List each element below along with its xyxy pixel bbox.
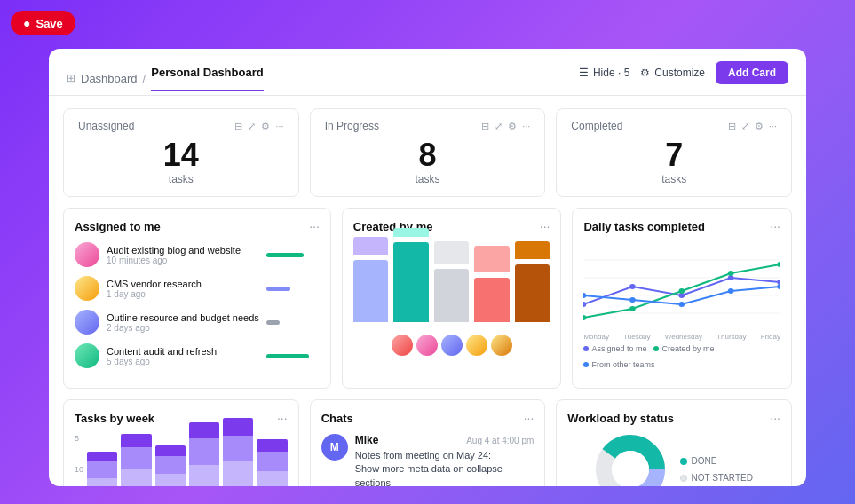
bar-col-4	[515, 241, 550, 322]
customize-button[interactable]: ⚙ Customize	[640, 67, 705, 79]
task-bar-1	[266, 287, 290, 291]
assigned-to-me-widget: Assigned to me ··· Audit existing blog a…	[63, 208, 331, 389]
filter-icon-stat[interactable]: ⊟	[234, 121, 242, 132]
more-icon-stat2[interactable]: ···	[769, 121, 777, 131]
bar-col-1	[393, 228, 429, 322]
stat-title-2: Completed	[571, 120, 622, 132]
created-avatars	[353, 335, 550, 356]
chart-legend: Assigned to me Created by me From other …	[583, 344, 780, 369]
assigned-menu[interactable]: ···	[309, 219, 320, 233]
daily-tasks-widget: Daily tasks completed ···	[572, 208, 792, 389]
avatar-0	[75, 242, 99, 267]
settings-icon-stat2[interactable]: ⚙	[755, 121, 764, 132]
more-icon-stat1[interactable]: ···	[522, 121, 530, 131]
task-item-2: Outline resource and budget needs 2 days…	[75, 310, 320, 335]
add-card-label: Add Card	[728, 67, 776, 79]
filter-icon-stat2[interactable]: ⊟	[728, 121, 736, 132]
task-name-1: CMS vendor research	[107, 279, 259, 289]
hide-button[interactable]: ☰ Hide · 5	[579, 67, 629, 79]
donut-labels: DONE NOT STARTED	[680, 456, 752, 483]
task-bar-0	[266, 253, 304, 257]
main-container: ⊞ Dashboard / Personal Dashboard ☰ Hide …	[49, 49, 806, 486]
stat-inprogress: In Progress ⊟ ⤢ ⚙ ··· 8 tasks	[310, 108, 546, 197]
chat-message-0: Notes from meeting on May 24: Show more …	[355, 449, 534, 486]
workload-title: Workload by status	[567, 412, 674, 425]
expand-icon-stat[interactable]: ⤢	[248, 121, 256, 132]
workload-widget: Workload by status ···	[556, 399, 792, 486]
breadcrumb: ⊞ Dashboard / Personal Dashboard	[67, 66, 264, 91]
week-bar-3	[189, 422, 219, 486]
svg-point-4	[583, 302, 586, 307]
stats-row: Unassigned ⊟ ⤢ ⚙ ··· 14 tasks In Progres…	[63, 108, 792, 197]
donut-chart	[595, 434, 666, 486]
bar-col-0	[353, 237, 389, 322]
week-bar-5	[257, 439, 287, 486]
week-menu[interactable]: ···	[277, 411, 288, 425]
filter-icon-stat1[interactable]: ⊟	[481, 121, 489, 132]
chats-widget: Chats ··· M Mike Aug 4 at 4:00 pm Notes …	[310, 399, 546, 486]
svg-point-18	[778, 284, 780, 289]
expand-icon-stat1[interactable]: ⤢	[495, 121, 503, 132]
chat-line-1: Show more meta data on collapse sections	[355, 463, 503, 486]
legend-label-1: Created by me	[661, 344, 714, 353]
x-label-2: Wednesday	[665, 333, 702, 341]
hide-label: Hide · 5	[593, 67, 629, 79]
chat-line-0: Notes from meeting on May 24:	[355, 450, 491, 461]
stat-label-0: tasks	[78, 173, 284, 185]
stat-label-2: tasks	[571, 173, 777, 185]
filter-icon: ☰	[579, 67, 589, 79]
chat-avatar: M	[321, 434, 348, 461]
stat-unassigned: Unassigned ⊟ ⤢ ⚙ ··· 14 tasks	[63, 108, 299, 197]
task-bar-3	[266, 354, 309, 358]
avatar-1	[75, 276, 99, 301]
chats-menu[interactable]: ···	[524, 411, 534, 425]
more-icon-stat[interactable]: ···	[275, 121, 283, 131]
settings-icon-stat[interactable]: ⚙	[261, 121, 270, 132]
settings-icon-stat1[interactable]: ⚙	[508, 121, 517, 132]
legend-label-2: From other teams	[591, 360, 654, 369]
task-name-2: Outline resource and budget needs	[107, 312, 259, 323]
widgets-row: Assigned to me ··· Audit existing blog a…	[63, 208, 792, 389]
chat-content: Mike Aug 4 at 4:00 pm Notes from meeting…	[355, 434, 534, 486]
donut-label-0: DONE	[680, 456, 752, 466]
svg-point-11	[679, 288, 685, 294]
breadcrumb-parent[interactable]: Dashboard	[81, 72, 138, 85]
svg-point-10	[629, 306, 636, 311]
svg-point-15	[629, 297, 636, 303]
add-card-button[interactable]: Add Card	[716, 61, 788, 84]
expand-icon-stat2[interactable]: ⤢	[741, 121, 749, 132]
created-by-me-widget: Created by me ···	[342, 208, 562, 389]
customize-label: Customize	[654, 67, 705, 79]
breadcrumb-separator: /	[143, 72, 146, 85]
pinterest-icon: ●	[23, 16, 30, 30]
x-labels: Monday Tuesday Wednesday Thursday Friday	[583, 333, 780, 341]
bar-col-3	[474, 246, 510, 322]
chats-title: Chats	[321, 412, 353, 425]
y-label-1: 10	[75, 465, 83, 474]
stat-completed: Completed ⊟ ⤢ ⚙ ··· 7 tasks	[556, 108, 792, 197]
created-menu[interactable]: ···	[540, 219, 550, 233]
x-label-3: Thursday	[716, 333, 746, 341]
stat-title-1: In Progress	[325, 120, 379, 132]
daily-menu[interactable]: ···	[770, 219, 780, 233]
y-axis: 15 10 5	[75, 434, 83, 486]
bar-col-2	[434, 241, 470, 322]
stat-number-1: 8	[325, 139, 531, 171]
created-avatar-2	[441, 335, 463, 356]
y-label-2: 5	[75, 434, 83, 443]
breadcrumb-current: Personal Dashboard	[151, 66, 263, 91]
svg-point-16	[679, 302, 685, 307]
task-item-0: Audit existing blog and website 10 minut…	[75, 242, 320, 267]
stat-number-0: 14	[78, 139, 284, 171]
save-button[interactable]: ● Save	[11, 11, 75, 35]
svg-point-13	[778, 262, 780, 267]
legend-dot-0	[583, 346, 589, 351]
workload-menu[interactable]: ···	[770, 411, 780, 425]
week-bar-1	[121, 434, 151, 486]
task-name-3: Content audit and refresh	[107, 346, 259, 357]
stat-number-2: 7	[571, 139, 777, 171]
content-area: Unassigned ⊟ ⤢ ⚙ ··· 14 tasks In Progres…	[49, 96, 806, 486]
week-title: Tasks by week	[75, 412, 154, 425]
bottom-row: Tasks by week ··· 15 10 5	[63, 399, 792, 486]
chat-time: Aug 4 at 4:00 pm	[466, 436, 534, 445]
